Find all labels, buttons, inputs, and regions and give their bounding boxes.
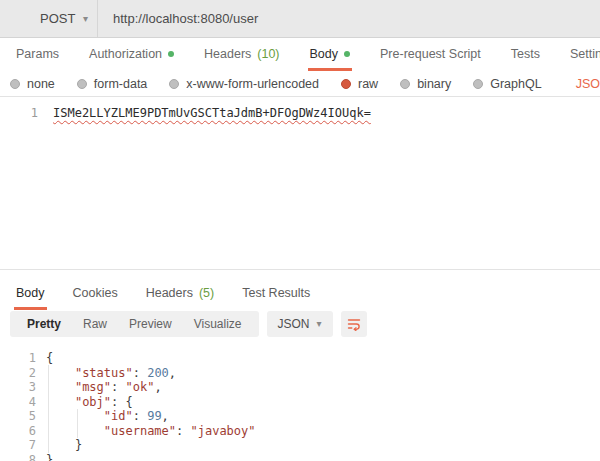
response-body-viewer[interactable]: 1 { 2 "status": 200, 3 "msg": "ok", 4 "o… [0, 345, 600, 461]
code-token: "username" [104, 424, 176, 438]
radio-none[interactable]: none [10, 77, 55, 91]
code-line: 6 "username": "javaboy" [0, 424, 600, 439]
tab-label: Params [16, 47, 59, 61]
indent-guide [48, 365, 49, 453]
tab-label: Authorization [89, 47, 162, 61]
tab-label: Pre-request Script [380, 47, 481, 61]
view-mode-visualize[interactable]: Visualize [183, 317, 253, 331]
code-line: 5 "id": 99, [0, 409, 600, 424]
radio-label: form-data [94, 77, 148, 91]
tab-label: Body [310, 47, 339, 61]
tab-label: Body [16, 286, 45, 300]
response-format-label: JSON [278, 317, 310, 331]
request-tabs: Params Authorization Headers (10) Body P… [0, 42, 600, 71]
response-tab-body[interactable]: Body [14, 281, 47, 310]
radio-selected-icon [341, 79, 351, 89]
code-token: "obj" [75, 395, 111, 409]
radio-label: binary [417, 77, 451, 91]
tab-settings[interactable]: Settings [568, 42, 600, 71]
radio-icon [473, 79, 483, 89]
radio-raw[interactable]: raw [341, 77, 378, 91]
tab-params[interactable]: Params [14, 42, 61, 71]
tab-label: Tests [511, 47, 540, 61]
headers-count: (5) [199, 286, 214, 300]
line-number: 2 [0, 366, 36, 381]
raw-format-select[interactable]: JSON ▾ [576, 77, 600, 91]
tab-pre-request-script[interactable]: Pre-request Script [378, 42, 483, 71]
response-toolbar: Pretty Raw Preview Visualize JSON ▾ [10, 311, 367, 337]
tab-label: Test Results [242, 286, 310, 300]
tab-body[interactable]: Body [308, 42, 353, 71]
line-number: 3 [0, 380, 36, 395]
response-tabs: Body Cookies Headers (5) Test Results [0, 281, 600, 310]
radio-label: none [27, 77, 55, 91]
code-line: 1 { [0, 351, 600, 366]
response-tab-cookies[interactable]: Cookies [71, 281, 120, 310]
code-line: 4 "obj": { [0, 395, 600, 410]
line-number: 7 [0, 438, 36, 453]
radio-icon [77, 79, 87, 89]
tab-label: Cookies [73, 286, 118, 300]
raw-format-label: JSON [576, 77, 600, 91]
line-number: 4 [0, 395, 36, 410]
response-tab-test-results[interactable]: Test Results [240, 281, 312, 310]
view-mode-raw[interactable]: Raw [72, 317, 118, 331]
radio-form-data[interactable]: form-data [77, 77, 148, 91]
view-mode-preview[interactable]: Preview [118, 317, 183, 331]
code-line: 7 } [0, 438, 600, 453]
radio-icon [400, 79, 410, 89]
line-number: 1 [0, 351, 36, 366]
chevron-down-icon: ▾ [317, 319, 322, 329]
code-token: "msg" [75, 380, 111, 394]
tab-label: Headers [146, 286, 193, 300]
radio-icon [169, 79, 179, 89]
line-number: 6 [0, 424, 36, 439]
code-token: "id" [104, 409, 133, 423]
method-select[interactable]: POST ▾ [0, 0, 98, 37]
radio-label: raw [358, 77, 378, 91]
url-text: http://localhost:8080/user [113, 11, 258, 26]
code-token: "javaboy" [191, 424, 256, 438]
editor-text: ISMe2LLYZLME9PDTmUvGSCTtaJdmB+DFOgDWz4IO… [53, 106, 371, 121]
wrap-text-icon [347, 317, 361, 331]
view-mode-pretty[interactable]: Pretty [16, 317, 72, 331]
request-body-editor[interactable]: 1 ISMe2LLYZLME9PDTmUvGSCTtaJdmB+DFOgDWz4… [0, 97, 600, 270]
view-mode-group: Pretty Raw Preview Visualize [10, 311, 259, 337]
response-tab-headers[interactable]: Headers (5) [144, 281, 217, 310]
postman-request-view: POST ▾ http://localhost:8080/user Params… [0, 0, 600, 461]
green-dot-icon [168, 51, 174, 57]
url-input[interactable]: http://localhost:8080/user [98, 0, 600, 37]
radio-label: x-www-form-urlencoded [186, 77, 319, 91]
tab-tests[interactable]: Tests [509, 42, 542, 71]
code-token: 99 [147, 409, 161, 423]
response-format-select[interactable]: JSON ▾ [267, 311, 333, 337]
code-token: "status" [75, 366, 133, 380]
code-line: 2 "status": 200, [0, 366, 600, 381]
code-token: 200 [147, 366, 169, 380]
code-token: } [46, 453, 53, 461]
code-token: } [75, 438, 82, 452]
line-number: 8 [0, 453, 36, 461]
code-token: "ok" [125, 380, 154, 394]
headers-count: (10) [257, 47, 279, 61]
line-number: 1 [0, 106, 38, 121]
editor-line: 1 ISMe2LLYZLME9PDTmUvGSCTtaJdmB+DFOgDWz4… [0, 106, 600, 121]
green-dot-icon [344, 51, 350, 57]
radio-graphql[interactable]: GraphQL [473, 77, 541, 91]
line-number: 5 [0, 409, 36, 424]
code-line: 3 "msg": "ok", [0, 380, 600, 395]
url-bar: POST ▾ http://localhost:8080/user [0, 0, 600, 38]
wrap-text-button[interactable] [341, 311, 367, 337]
chevron-down-icon: ▾ [83, 14, 88, 24]
tab-authorization[interactable]: Authorization [87, 42, 176, 71]
radio-icon [10, 79, 20, 89]
radio-label: GraphQL [490, 77, 541, 91]
method-label: POST [40, 11, 75, 26]
body-type-row: none form-data x-www-form-urlencoded raw… [0, 70, 600, 97]
code-token: { [46, 351, 53, 365]
tab-headers[interactable]: Headers (10) [202, 42, 281, 71]
radio-binary[interactable]: binary [400, 77, 451, 91]
tab-label: Settings [570, 47, 600, 61]
radio-x-www-form-urlencoded[interactable]: x-www-form-urlencoded [169, 77, 319, 91]
indent-guide [77, 409, 78, 438]
